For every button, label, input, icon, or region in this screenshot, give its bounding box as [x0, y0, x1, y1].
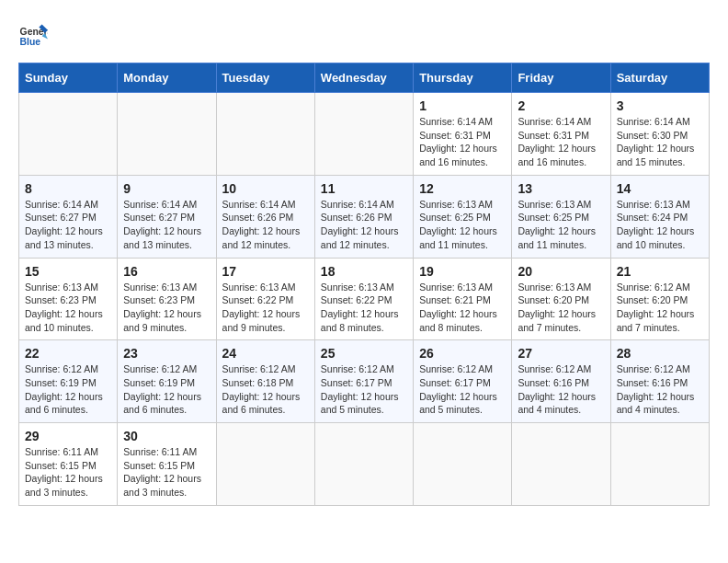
- day-header-sunday: Sunday: [19, 63, 118, 93]
- calendar-cell: 21Sunrise: 6:12 AMSunset: 6:20 PMDayligh…: [610, 258, 709, 340]
- logo-icon: General Blue: [18, 18, 48, 48]
- day-info: Sunrise: 6:11 AMSunset: 6:15 PMDaylight:…: [123, 445, 210, 500]
- day-number: 14: [617, 181, 703, 196]
- day-info: Sunrise: 6:13 AMSunset: 6:25 PMDaylight:…: [518, 198, 604, 252]
- calendar-cell: 13Sunrise: 6:13 AMSunset: 6:25 PMDayligh…: [512, 175, 610, 258]
- calendar-week-5: 29Sunrise: 6:11 AMSunset: 6:15 PMDayligh…: [19, 423, 710, 506]
- calendar-cell: [414, 423, 512, 506]
- calendar-cell: [314, 93, 413, 176]
- day-info: Sunrise: 6:12 AMSunset: 6:19 PMDaylight:…: [25, 362, 111, 417]
- day-info: Sunrise: 6:12 AMSunset: 6:18 PMDaylight:…: [222, 362, 309, 417]
- day-number: 16: [123, 264, 210, 279]
- calendar-week-4: 22Sunrise: 6:12 AMSunset: 6:19 PMDayligh…: [19, 340, 710, 423]
- calendar-cell: 19Sunrise: 6:13 AMSunset: 6:21 PMDayligh…: [414, 258, 512, 340]
- page-header: General Blue: [18, 18, 710, 48]
- day-number: 11: [321, 181, 407, 196]
- day-number: 28: [617, 346, 703, 361]
- day-info: Sunrise: 6:13 AMSunset: 6:23 PMDaylight:…: [123, 281, 210, 335]
- day-number: 2: [518, 98, 604, 113]
- day-number: 9: [123, 181, 210, 196]
- day-number: 30: [123, 429, 210, 443]
- calendar-cell: 2Sunrise: 6:14 AMSunset: 6:31 PMDaylight…: [512, 93, 610, 176]
- day-info: Sunrise: 6:12 AMSunset: 6:19 PMDaylight:…: [123, 362, 210, 417]
- day-number: 22: [25, 346, 111, 361]
- calendar-cell: 1Sunrise: 6:14 AMSunset: 6:31 PMDaylight…: [414, 93, 512, 176]
- day-info: Sunrise: 6:13 AMSunset: 6:22 PMDaylight:…: [321, 281, 407, 335]
- calendar-header-row: SundayMondayTuesdayWednesdayThursdayFrid…: [19, 63, 710, 93]
- day-number: 25: [321, 346, 407, 361]
- calendar-body: 1Sunrise: 6:14 AMSunset: 6:31 PMDaylight…: [19, 93, 710, 506]
- calendar-cell: [314, 423, 413, 506]
- calendar-cell: [512, 423, 610, 506]
- day-number: 21: [617, 264, 703, 279]
- day-number: 1: [419, 98, 506, 113]
- calendar-cell: 16Sunrise: 6:13 AMSunset: 6:23 PMDayligh…: [118, 258, 216, 340]
- day-info: Sunrise: 6:14 AMSunset: 6:27 PMDaylight:…: [123, 198, 210, 252]
- calendar-cell: [118, 93, 216, 176]
- calendar-cell: 10Sunrise: 6:14 AMSunset: 6:26 PMDayligh…: [216, 175, 314, 258]
- calendar-cell: [216, 423, 314, 506]
- calendar-cell: 9Sunrise: 6:14 AMSunset: 6:27 PMDaylight…: [118, 175, 216, 258]
- calendar-week-3: 15Sunrise: 6:13 AMSunset: 6:23 PMDayligh…: [19, 258, 710, 340]
- day-info: Sunrise: 6:12 AMSunset: 6:17 PMDaylight:…: [321, 362, 407, 417]
- day-number: 3: [617, 98, 703, 113]
- day-number: 10: [222, 181, 309, 196]
- calendar-cell: 11Sunrise: 6:14 AMSunset: 6:26 PMDayligh…: [314, 175, 413, 258]
- day-info: Sunrise: 6:14 AMSunset: 6:31 PMDaylight:…: [419, 115, 506, 169]
- calendar-cell: 24Sunrise: 6:12 AMSunset: 6:18 PMDayligh…: [216, 340, 314, 423]
- day-info: Sunrise: 6:14 AMSunset: 6:26 PMDaylight:…: [222, 198, 309, 252]
- logo: General Blue: [18, 18, 48, 48]
- day-number: 20: [518, 264, 604, 279]
- day-header-thursday: Thursday: [414, 63, 512, 93]
- day-info: Sunrise: 6:13 AMSunset: 6:24 PMDaylight:…: [617, 198, 703, 252]
- svg-text:Blue: Blue: [20, 37, 41, 47]
- day-info: Sunrise: 6:12 AMSunset: 6:16 PMDaylight:…: [518, 362, 604, 417]
- calendar-cell: 8Sunrise: 6:14 AMSunset: 6:27 PMDaylight…: [19, 175, 118, 258]
- day-number: 24: [222, 346, 309, 361]
- day-info: Sunrise: 6:14 AMSunset: 6:30 PMDaylight:…: [617, 115, 703, 169]
- day-info: Sunrise: 6:13 AMSunset: 6:23 PMDaylight:…: [25, 281, 111, 335]
- day-header-friday: Friday: [512, 63, 610, 93]
- day-number: 13: [518, 181, 604, 196]
- calendar-cell: 14Sunrise: 6:13 AMSunset: 6:24 PMDayligh…: [610, 175, 709, 258]
- calendar-cell: 23Sunrise: 6:12 AMSunset: 6:19 PMDayligh…: [118, 340, 216, 423]
- day-number: 17: [222, 264, 309, 279]
- day-info: Sunrise: 6:14 AMSunset: 6:31 PMDaylight:…: [518, 115, 604, 169]
- calendar-week-1: 1Sunrise: 6:14 AMSunset: 6:31 PMDaylight…: [19, 93, 710, 176]
- day-info: Sunrise: 6:14 AMSunset: 6:27 PMDaylight:…: [25, 198, 111, 252]
- calendar-cell: 15Sunrise: 6:13 AMSunset: 6:23 PMDayligh…: [19, 258, 118, 340]
- day-info: Sunrise: 6:13 AMSunset: 6:25 PMDaylight:…: [419, 198, 506, 252]
- day-number: 27: [518, 346, 604, 361]
- calendar-cell: [216, 93, 314, 176]
- calendar-cell: [19, 93, 118, 176]
- day-info: Sunrise: 6:12 AMSunset: 6:17 PMDaylight:…: [419, 362, 506, 417]
- day-number: 26: [419, 346, 506, 361]
- day-number: 18: [321, 264, 407, 279]
- calendar-cell: 3Sunrise: 6:14 AMSunset: 6:30 PMDaylight…: [610, 93, 709, 176]
- day-number: 15: [25, 264, 111, 279]
- calendar-cell: 17Sunrise: 6:13 AMSunset: 6:22 PMDayligh…: [216, 258, 314, 340]
- day-number: 19: [419, 264, 506, 279]
- day-number: 8: [25, 181, 111, 196]
- day-info: Sunrise: 6:14 AMSunset: 6:26 PMDaylight:…: [321, 198, 407, 252]
- calendar-cell: 20Sunrise: 6:13 AMSunset: 6:20 PMDayligh…: [512, 258, 610, 340]
- calendar-week-2: 8Sunrise: 6:14 AMSunset: 6:27 PMDaylight…: [19, 175, 710, 258]
- calendar-cell: 12Sunrise: 6:13 AMSunset: 6:25 PMDayligh…: [414, 175, 512, 258]
- calendar-cell: 29Sunrise: 6:11 AMSunset: 6:15 PMDayligh…: [19, 423, 118, 506]
- day-info: Sunrise: 6:13 AMSunset: 6:21 PMDaylight:…: [419, 281, 506, 335]
- day-info: Sunrise: 6:12 AMSunset: 6:16 PMDaylight:…: [617, 362, 703, 417]
- day-header-monday: Monday: [118, 63, 216, 93]
- day-header-tuesday: Tuesday: [216, 63, 314, 93]
- day-info: Sunrise: 6:11 AMSunset: 6:15 PMDaylight:…: [25, 445, 111, 500]
- day-number: 23: [123, 346, 210, 361]
- calendar-cell: 27Sunrise: 6:12 AMSunset: 6:16 PMDayligh…: [512, 340, 610, 423]
- day-header-wednesday: Wednesday: [314, 63, 413, 93]
- calendar-cell: 25Sunrise: 6:12 AMSunset: 6:17 PMDayligh…: [314, 340, 413, 423]
- calendar-cell: 22Sunrise: 6:12 AMSunset: 6:19 PMDayligh…: [19, 340, 118, 423]
- calendar-cell: 26Sunrise: 6:12 AMSunset: 6:17 PMDayligh…: [414, 340, 512, 423]
- calendar-cell: 30Sunrise: 6:11 AMSunset: 6:15 PMDayligh…: [118, 423, 216, 506]
- calendar-cell: [610, 423, 709, 506]
- calendar-table: SundayMondayTuesdayWednesdayThursdayFrid…: [18, 63, 710, 506]
- day-info: Sunrise: 6:12 AMSunset: 6:20 PMDaylight:…: [617, 281, 703, 335]
- day-info: Sunrise: 6:13 AMSunset: 6:22 PMDaylight:…: [222, 281, 309, 335]
